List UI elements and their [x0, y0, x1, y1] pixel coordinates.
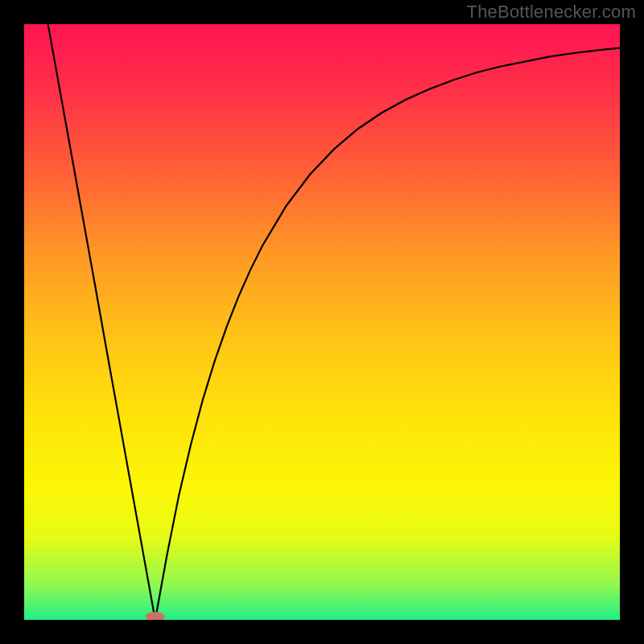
bottleneck-plot	[24, 24, 620, 620]
chart-frame: TheBottlenecker.com	[0, 0, 644, 644]
watermark-label: TheBottlenecker.com	[467, 2, 636, 23]
gradient-background	[24, 24, 620, 620]
